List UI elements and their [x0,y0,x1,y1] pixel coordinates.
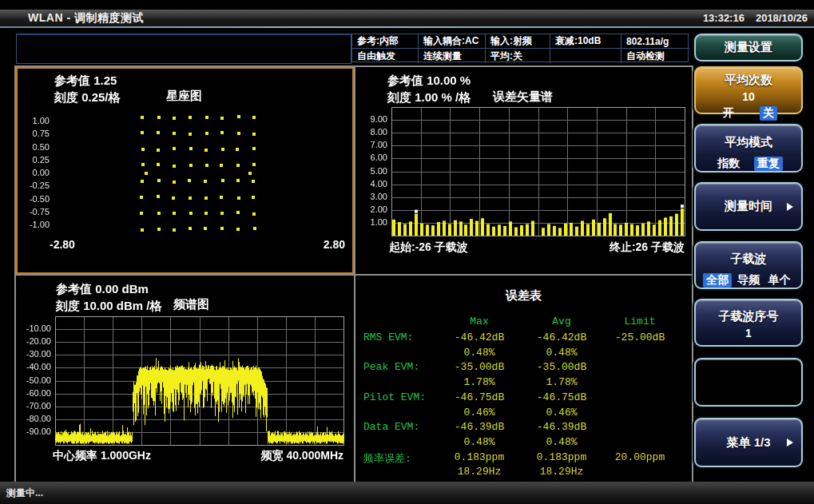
axis-tick-label: 5.00 [360,166,387,176]
blank-button[interactable] [694,358,803,407]
error-table-row: 频率误差:0.183ppm0.183ppm20.00ppm [355,451,692,466]
error-table-cell: 20.00ppm [594,451,686,463]
instrument-screen: WLAN - 调制精度测试 13:32:16 2018/10/26 参考:内部 … [0,0,814,504]
error-table-cell: -46.75dB [515,391,608,403]
axis-tick-label: 6.00 [360,153,387,162]
error-table-cell: 1.78% [431,376,527,388]
axis-tick-label: -1.00 [19,220,50,229]
average-off-option[interactable]: 关 [760,106,777,121]
error-table-cell: -46.42dB [431,331,527,343]
error-table-row: MaxAvgLimit [355,315,692,331]
average-mode-button[interactable]: 平均模式 指数 重复 [694,124,803,173]
spectrum-center-freq: 中心频率 1.000GHz [53,449,151,463]
spectrum-panel[interactable]: 参考值 0.00 dBm 刻度 10.00 dBm /格 频谱图 中心频率 1.… [16,276,354,482]
axis-tick-label: -40.00 [16,362,51,371]
error-table-row: Peak EVM:-35.00dB-35.00dB [355,361,692,376]
measure-time-label: 测量时间 [696,184,801,229]
error-table-cell: -25.00dB [594,331,686,343]
axis-tick-label: 1.00 [19,116,50,125]
constellation-x-max: 2.80 [281,238,345,251]
error-table-panel[interactable]: 误差表 MaxAvgLimitRMS EVM:-46.42dB-46.42dB-… [355,276,692,482]
setting-sweep: 连续测量 [419,49,486,63]
error-table-cell: 0.46% [515,407,608,419]
submenu-arrow-icon [787,203,793,211]
axis-tick-label: 9.00 [360,114,387,124]
average-count-value: 10 [696,90,801,103]
error-table-cell: -46.39dB [431,421,527,433]
axis-tick-label: 7.00 [360,140,387,149]
spectrum-ref-value: 参考值 0.00 dBm [56,282,149,297]
error-table-row: Data EVM:-46.39dB-46.39dB [355,421,692,436]
average-count-button[interactable]: 平均次数 10 开 关 [694,66,803,114]
error-table-cell: -46.39dB [515,421,608,433]
error-table-cell: 0.48% [431,436,527,448]
error-table-cell: Limit [594,315,686,327]
menu-page-button[interactable]: 菜单 1/3 [694,418,803,467]
error-table-row: Pilot EVM:-46.75dB-46.75dB [355,391,692,407]
axis-tick-label: 0.00 [19,168,50,177]
constellation-panel[interactable]: 参考值 1.25 刻度 0.25/格 星座图 -2.80 2.80 1.000.… [16,67,354,274]
subcarrier-all-option[interactable]: 全部 [703,273,732,288]
spectrum-scale-value: 刻度 10.00 dBm /格 [56,299,162,314]
menu-arrow-icon [787,439,793,446]
setting-trigger: 自由触发 [352,49,419,63]
axis-tick-label: 0.75 [19,129,50,138]
setting-standard: 802.11a/g [621,34,689,49]
subcarrier-index-title: 子载波序号 [696,300,801,324]
error-table-row: RMS EVM:-46.42dB-46.42dB-25.00dB [355,331,692,347]
evm-start-label: 起始:-26 子载波 [389,240,468,255]
axis-tick-label: -60.00 [16,388,51,398]
repeat-mode-option[interactable]: 重复 [754,157,783,171]
error-table-cell: -35.00dB [431,361,527,373]
axis-tick-label: -90.00 [16,427,51,436]
evm-spectrum-panel[interactable]: 参考值 10.00 % 刻度 1.00 % /格 误差矢量谱 起始:-26 子载… [355,67,692,274]
menu-page-label: 菜单 1/3 [696,419,801,466]
setting-reference: 参考:内部 [352,34,419,49]
axis-tick-label: -10.00 [16,323,51,333]
error-table-cell: 18.29Hz [431,466,527,478]
subcarrier-index-button[interactable]: 子载波序号 1 [694,299,803,347]
error-table-row: 18.29Hz18.29Hz [355,466,692,481]
constellation-title: 星座图 [166,89,202,104]
error-table-cell: 0.48% [515,347,608,359]
measurement-display: 参考值 1.25 刻度 0.25/格 星座图 -2.80 2.80 1.000.… [14,65,693,483]
axis-tick-label: -0.50 [19,194,50,204]
error-table-cell: 0.46% [431,407,527,419]
axis-tick-label: 3.00 [360,192,387,201]
axis-tick-label: 1.00 [360,217,387,227]
error-table-cell: Max [431,315,527,327]
title-bar: WLAN - 调制精度测试 13:32:16 2018/10/26 [0,10,814,26]
error-table-cell: 1.78% [515,376,608,388]
constellation-x-min: -2.80 [50,238,75,251]
setting-autodetect: 自动检测 [621,49,689,63]
measure-time-button[interactable]: 测量时间 [694,182,803,231]
setting-input: 输入:射频 [486,34,550,49]
evm-scale-value: 刻度 1.00 % /格 [387,90,471,105]
subcarrier-single-option[interactable]: 单个 [765,273,794,288]
setting-empty [550,49,621,63]
error-table-cell: 0.48% [515,436,608,448]
spectrum-span: 频宽 40.000MHz [216,449,343,463]
error-table-row: 0.48%0.48% [355,436,692,451]
average-on-option[interactable]: 开 [720,106,737,121]
subcarrier-pilot-option[interactable]: 导频 [734,273,763,288]
subcarrier-button[interactable]: 子载波 全部 导频 单个 [694,241,803,289]
page-title: WLAN - 调制精度测试 [0,11,144,26]
exp-mode-option[interactable]: 指数 [714,157,743,171]
axis-tick-label: 2.00 [360,204,387,214]
status-text: 测量中... [0,486,43,500]
error-table-cell: 18.29Hz [515,466,608,478]
setting-input-coupling: 输入耦合:AC [419,34,486,49]
error-table-row: 0.46%0.46% [355,407,692,422]
measure-settings-button[interactable]: 测量设置 [694,34,803,62]
axis-tick-label: -30.00 [16,349,51,359]
axis-tick-label: -50.00 [16,375,51,385]
title-divider [0,26,814,28]
spectrum-title: 频谱图 [173,297,209,312]
error-table-cell: -46.75dB [431,391,527,403]
evm-title: 误差矢量谱 [493,89,553,105]
axis-tick-label: 4.00 [360,179,387,189]
axis-tick-label: -70.00 [16,401,51,411]
error-table-row: 0.48%0.48% [355,347,692,362]
subcarrier-index-value: 1 [696,327,801,339]
